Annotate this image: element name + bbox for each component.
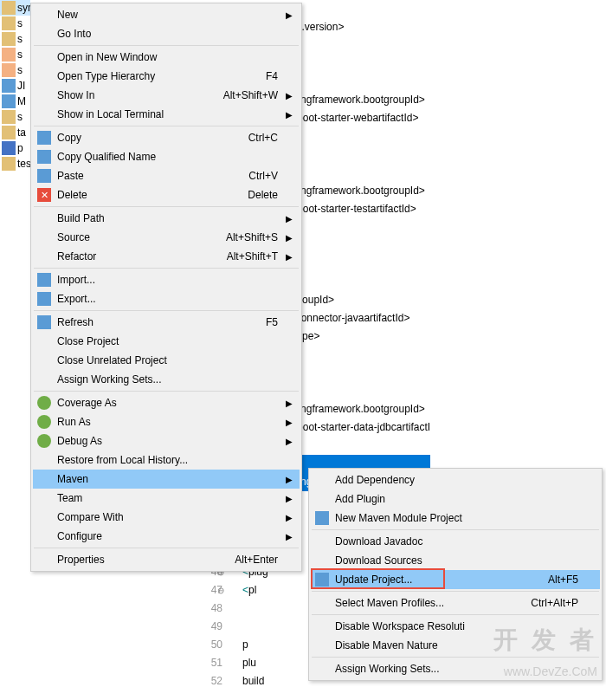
- menu-item-label: Download Javadoc: [335, 535, 578, 548]
- main-menu-item-maven[interactable]: Maven▶: [33, 470, 300, 489]
- menu-separator: [34, 45, 299, 46]
- project-item-test[interactable]: test: [0, 156, 30, 172]
- menu-item-label: Select Maven Profiles...: [335, 597, 513, 609]
- project-item-s[interactable]: s: [0, 47, 30, 62]
- menu-separator: [34, 126, 299, 126]
- maven-menu-item-assign-working-sets[interactable]: Assign Working Sets...: [311, 659, 600, 678]
- project-item-syncomp[interactable]: syncomp: [0, 0, 30, 16]
- main-menu-item-show-in[interactable]: Show InAlt+Shift+W▶: [33, 86, 300, 105]
- main-menu-item-coverage-as[interactable]: Coverage As▶: [33, 393, 300, 412]
- menu-item-label: Copy Qualified Name: [57, 151, 278, 163]
- menu-shortcut: Alt+Shift+S: [226, 231, 278, 243]
- menu-separator: [312, 657, 599, 658]
- folder-icon: [2, 110, 16, 124]
- main-menu-item-copy-qualified-name[interactable]: Copy Qualified Name: [33, 147, 300, 166]
- project-icon: [2, 1, 16, 15]
- code-line[interactable]: <pl: [234, 581, 256, 600]
- coverage-icon: [37, 396, 51, 410]
- project-item-M[interactable]: M: [0, 94, 30, 109]
- menu-item-label: Paste: [57, 170, 231, 182]
- folder-brown-icon: [2, 48, 16, 62]
- main-menu-item-import[interactable]: Import...: [33, 270, 300, 289]
- maven-menu-item-add-dependency[interactable]: Add Dependency: [311, 470, 600, 489]
- maven-menu-item-download-javadoc[interactable]: Download Javadoc: [311, 532, 600, 551]
- main-menu-item-configure[interactable]: Configure▶: [33, 527, 300, 546]
- menu-item-label: Properties: [57, 554, 217, 566]
- main-menu-item-paste[interactable]: PasteCtrl+V: [33, 166, 300, 185]
- main-menu-item-show-in-local-terminal[interactable]: Show in Local Terminal▶: [33, 105, 300, 124]
- main-menu-item-properties[interactable]: PropertiesAlt+Enter: [33, 550, 300, 569]
- menu-shortcut: F4: [266, 70, 278, 82]
- main-menu-item-delete[interactable]: ✕DeleteDelete: [33, 185, 300, 204]
- main-menu-item-build-path[interactable]: Build Path▶: [33, 209, 300, 228]
- folder-brown-icon: [2, 63, 16, 77]
- main-menu-item-restore-from-local-history[interactable]: Restore from Local History...: [33, 450, 300, 470]
- maven-menu-item-new-maven-module-project[interactable]: New Maven Module Project: [311, 509, 600, 528]
- submenu-arrow-icon: ▶: [286, 10, 293, 20]
- maven-menu-item-disable-workspace-resoluti[interactable]: Disable Workspace Resoluti: [311, 617, 600, 636]
- submenu-arrow-icon: ▶: [286, 418, 293, 427]
- menu-item-label: Close Project: [57, 335, 278, 347]
- main-menu-item-export[interactable]: Export...: [33, 289, 300, 308]
- main-menu-item-compare-with[interactable]: Compare With▶: [33, 508, 300, 527]
- menu-shortcut: Alt+Enter: [235, 554, 278, 566]
- main-menu-item-assign-working-sets[interactable]: Assign Working Sets...: [33, 370, 300, 389]
- maven-menu-item-add-plugin[interactable]: Add Plugin: [311, 489, 600, 509]
- debug-icon: [37, 434, 51, 448]
- main-menu-item-team[interactable]: Team▶: [33, 489, 300, 508]
- code-line[interactable]: build: [234, 672, 264, 690]
- context-menu-main[interactable]: New▶Go IntoOpen in New WindowOpen Type H…: [30, 3, 302, 572]
- main-menu-item-source[interactable]: SourceAlt+Shift+S▶: [33, 228, 300, 247]
- submenu-arrow-icon: ▶: [286, 399, 293, 408]
- main-menu-item-new[interactable]: New▶: [33, 5, 300, 24]
- submenu-arrow-icon: ▶: [286, 475, 293, 484]
- project-item-s[interactable]: s: [0, 62, 30, 78]
- menu-item-label: Configure: [57, 530, 278, 542]
- code-line[interactable]: plu: [234, 654, 256, 672]
- delete-icon: ✕: [37, 188, 51, 202]
- submenu-arrow-icon: ▶: [286, 91, 293, 100]
- maven-menu-item-download-sources[interactable]: Download Sources: [311, 551, 600, 570]
- menu-item-label: Delete: [57, 189, 230, 201]
- project-item-ta[interactable]: ta: [0, 125, 30, 140]
- code-line[interactable]: [234, 618, 242, 636]
- context-menu-maven[interactable]: Add DependencyAdd PluginNew Maven Module…: [308, 468, 603, 681]
- project-item-p[interactable]: p: [0, 140, 30, 156]
- menu-item-label: Compare With: [57, 511, 278, 523]
- folder-icon: [2, 126, 16, 139]
- menu-separator: [312, 529, 599, 530]
- project-item-s[interactable]: s: [0, 16, 30, 31]
- submenu-arrow-icon: ▶: [286, 214, 293, 224]
- menu-item-label: Refresh: [57, 316, 248, 328]
- main-menu-item-debug-as[interactable]: Debug As▶: [33, 431, 300, 450]
- project-item-s[interactable]: s: [0, 31, 30, 47]
- maven-menu-item-disable-maven-nature[interactable]: Disable Maven Nature: [311, 636, 600, 655]
- copy-icon: [37, 150, 51, 164]
- submenu-arrow-icon: ▶: [286, 494, 293, 503]
- maven-menu-item-update-project[interactable]: Update Project...Alt+F5: [311, 570, 600, 589]
- code-line[interactable]: [234, 600, 242, 618]
- main-menu-item-refactor[interactable]: RefactorAlt+Shift+T▶: [33, 247, 300, 266]
- code-line[interactable]: p: [234, 636, 248, 654]
- project-explorer[interactable]: syncompssssJIMstaptest: [0, 0, 30, 172]
- submenu-arrow-icon: ▶: [286, 532, 293, 541]
- menu-separator: [34, 548, 299, 548]
- menu-item-label: Import...: [57, 274, 278, 286]
- main-menu-item-refresh[interactable]: RefreshF5: [33, 313, 300, 332]
- menu-shortcut: Alt+F5: [548, 574, 578, 586]
- maven-menu-item-select-maven-profiles[interactable]: Select Maven Profiles...Ctrl+Alt+P: [311, 593, 600, 612]
- main-menu-item-go-into[interactable]: Go Into: [33, 24, 300, 43]
- main-menu-item-run-as[interactable]: Run As▶: [33, 412, 300, 431]
- project-item-JI[interactable]: JI: [0, 78, 30, 94]
- main-menu-item-open-type-hierarchy[interactable]: Open Type HierarchyF4: [33, 67, 300, 86]
- main-menu-item-open-in-new-window[interactable]: Open in New Window: [33, 48, 300, 67]
- menu-item-label: Refactor: [57, 250, 210, 262]
- menu-item-label: Download Sources: [335, 554, 578, 567]
- main-menu-item-close-unrelated-project[interactable]: Close Unrelated Project: [33, 351, 300, 370]
- menu-item-label: Assign Working Sets...: [335, 663, 578, 675]
- main-menu-item-copy[interactable]: CopyCtrl+C: [33, 128, 300, 147]
- project-item-s[interactable]: s: [0, 109, 30, 125]
- main-menu-item-close-project[interactable]: Close Project: [33, 332, 300, 351]
- menu-item-label: Show In: [57, 89, 206, 101]
- menu-item-label: Build Path: [57, 212, 278, 224]
